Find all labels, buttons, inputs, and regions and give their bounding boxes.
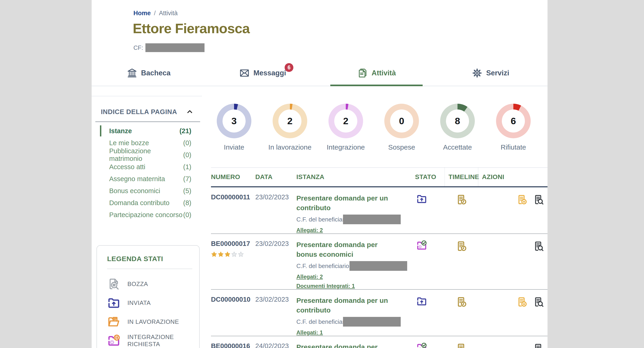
donut-label: Inviate [224,143,244,151]
azioni-cell [478,187,548,233]
numero-cell: DC00000011 [211,187,255,233]
doc-clock-icon[interactable] [456,342,468,348]
sidebar-item-count: (5) [183,187,191,195]
donut-value: 2 [334,110,357,133]
timeline-cell [444,290,478,336]
tab-messaggi[interactable]: Messaggi 6 [206,60,320,86]
rating-stars [211,251,255,257]
beneficiary-cf-line: C.F. del beneficiar [296,214,415,224]
doc-search-icon[interactable] [533,240,544,252]
donut-ring: 0 [384,104,419,138]
doc-star-icon[interactable] [516,296,528,308]
legend-label: INTEGRAZIONE RICHIESTA [128,334,192,348]
sidebar-item-count: (0) [183,151,191,159]
sidebar-item-partecipazione-concorso[interactable]: Partecipazione concorso (0) [95,209,193,221]
table-row: BE00000016 24/02/2023 Presentare domanda… [211,336,548,348]
istanza-link[interactable]: Allegati: 2 [296,227,415,233]
sidebar-item-istanze[interactable]: Istanze (21) [95,125,193,137]
sidebar-item-count: (21) [179,127,191,135]
beneficiary-cf-line: C.F. del beneficiario: [296,261,415,271]
donut-label: Accettate [443,143,472,151]
istanza-links: Allegati: 2 [296,227,415,233]
istanza-title[interactable]: Presentare domanda per un contributo [296,296,394,315]
donut-sospese: 0 Sospese [374,104,430,151]
sidebar-item-assegno-maternita[interactable]: Assegno maternita (7) [95,173,193,185]
col-header-timeline: TIMELINE [444,168,478,186]
istanza-title[interactable]: Presentare domanda per un contributo [296,193,394,213]
folder-gear-pause-icon [107,334,120,347]
stato-cell [415,290,444,336]
folder-upload-icon [416,193,428,204]
istanza-cell: Presentare domanda per un contributo C.F… [296,187,415,233]
istanza-link[interactable]: Allegati: 1 [296,329,415,336]
donut-label: In lavorazione [268,143,312,151]
doc-search-icon[interactable] [533,193,544,206]
istanza-link[interactable]: Documenti Integrati: 1 [296,283,415,289]
page: Home/Attività Ettore Fieramosca CF: Bach… [0,0,644,348]
sidebar-item-label: Partecipazione concorso [109,211,182,219]
messages-count-badge: 6 [284,63,294,72]
legend-item-bozza: BOZZA [107,275,192,293]
tab-label: Bacheca [141,69,170,77]
page-title: Ettore Fieramosca [133,20,548,36]
tab-attivita[interactable]: Attività [320,60,434,86]
istanza-link[interactable]: Allegati: 2 [296,274,415,280]
donut-ring: 8 [440,104,475,138]
numero-cell: DC00000010 [211,290,255,336]
data-cell: 24/02/2023 [255,336,296,348]
doc-clock-icon[interactable] [456,193,468,206]
breadcrumb-home-link[interactable]: Home [134,10,151,16]
sidebar-item-pubblicazione-matrimonio[interactable]: Pubblicazione matrimonio (0) [95,149,193,161]
cf-redaction [146,43,204,52]
donut-value: 3 [222,110,246,133]
azioni-cell [478,234,548,289]
chevron-up-icon[interactable] [186,108,194,116]
folder-upload-icon [107,296,120,310]
timeline-cell [444,336,478,348]
tab-servizi[interactable]: Servizi [434,60,548,86]
istanze-table: NUMERO DATA ISTANZA STATO TIMELINE AZION… [211,167,548,348]
donut-inviate: 3 Inviate [206,104,262,151]
istanza-links: Allegati: 2Documenti Integrati: 1 [296,274,415,289]
donut-in-lavorazione: 2 In lavorazione [262,104,318,151]
sidebar-item-domanda-contributo[interactable]: Domanda contributo (8) [95,197,193,209]
tab-bar: Bacheca Messaggi 6 Attività Ser [92,60,548,86]
istanza-title[interactable]: Presentare domanda per bonus economici [296,240,394,259]
cf-label: CF: [134,44,143,51]
star-filled-icon [224,251,230,257]
legend-item-inviata: INVIATA [107,293,192,312]
istanza-title[interactable]: Presentare domanda per bonus economici [296,342,394,348]
istanza-number: DC00000010 [211,296,250,303]
sidebar-item-accesso-atti[interactable]: Accesso atti (1) [95,161,193,173]
legend-label: INVIATA [128,299,151,307]
sidebar-item-count: (1) [183,163,191,171]
page-index-header[interactable]: INDICE DELLA PAGINA [101,108,194,116]
donut-ring: 2 [328,104,363,138]
istanza-cell: Presentare domanda per bonus economici [296,336,415,348]
cf-text: C.F. del beneficiario: [296,263,351,270]
istanza-cell: Presentare domanda per bonus economici C… [296,234,415,289]
page-index-title: INDICE DELLA PAGINA [101,108,177,116]
legend-item-in-lavorazione: IN LAVORAZIONE [107,312,192,331]
donut-rifiutate: 6 Rifiutate [486,104,541,151]
table-row: DC00000011 23/02/2023 Presentare domanda… [211,187,548,234]
numero-cell: BE00000016 [211,336,255,348]
status-legend-card: LEGENDA STATI BOZZA INVIATA [96,245,200,348]
doc-clock-icon[interactable] [456,296,468,308]
cf-text: C.F. del beneficiar [296,318,344,326]
data-cell: 23/02/2023 [255,234,296,289]
legend-item-integrazione-richiesta: INTEGRAZIONE RICHIESTA [107,331,192,348]
folder-upload-icon [416,296,428,307]
tab-bacheca[interactable]: Bacheca [92,60,206,86]
tab-label: Messaggi [254,69,286,77]
istanza-number: DC00000011 [211,193,250,201]
stato-cell [415,234,444,289]
donut-value: 2 [278,110,302,133]
sidebar-item-label: Pubblicazione matrimonio [109,147,183,163]
sidebar-item-bonus-economici[interactable]: Bonus economici (5) [95,185,193,197]
doc-clock-icon[interactable] [456,240,468,252]
doc-search-icon[interactable] [533,296,544,308]
main-panel: 3 Inviate 2 In lavorazione 2 [202,86,548,348]
doc-search-icon[interactable] [533,342,544,348]
doc-star-icon[interactable] [516,193,528,206]
